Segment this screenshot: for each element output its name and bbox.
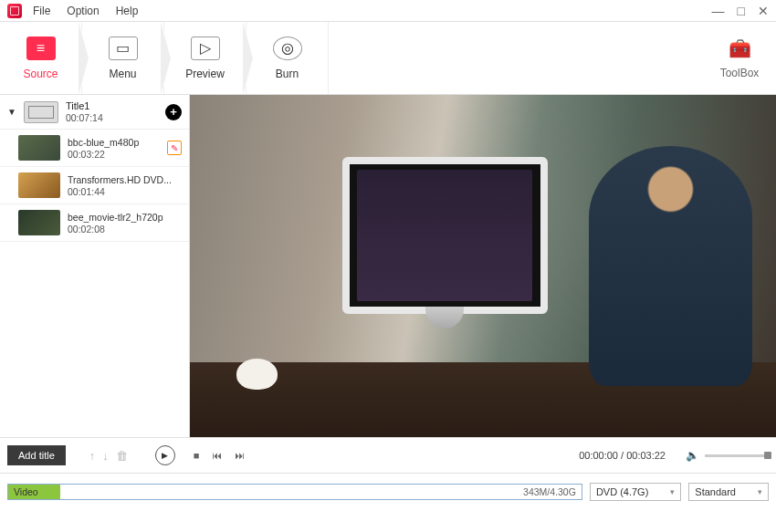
menu-help[interactable]: Help [116, 5, 139, 17]
clip-thumb [18, 172, 60, 198]
window-controls: — □ ✕ [712, 5, 769, 17]
app-icon [7, 4, 22, 18]
clip-duration: 00:02:08 [68, 224, 182, 235]
clip-thumb [18, 135, 60, 161]
ribbon: ≡ Source ▭ Menu ▷ Preview ◎ Burn 🧰 ToolB… [0, 22, 776, 95]
tab-burn[interactable]: ◎ Burn [246, 22, 329, 94]
next-button[interactable]: ⏭ [235, 450, 245, 461]
time-total: 00:03:22 [626, 450, 666, 461]
volume-slider[interactable] [705, 454, 769, 457]
title-duration: 00:07:14 [66, 112, 158, 123]
title-name: Title1 [66, 100, 158, 111]
toolbox-icon: 🧰 [729, 37, 751, 59]
capacity-text: 343M/4.30G [523, 485, 576, 499]
time-current: 00:00:00 [579, 450, 618, 461]
title-thumb [24, 101, 58, 123]
preview-pane[interactable] [190, 95, 776, 437]
clip-duration: 00:03:22 [68, 149, 160, 160]
title-meta: Title1 00:07:14 [66, 100, 158, 123]
disc-type-value: DVD (4.7G) [596, 486, 648, 497]
track-label: Video [14, 486, 38, 497]
clip-row[interactable]: bee_movie-tlr2_h720p 00:02:08 [0, 204, 189, 242]
edit-icon[interactable]: ✎ [167, 141, 182, 155]
menu-option[interactable]: Option [67, 5, 99, 17]
source-icon: ≡ [26, 37, 56, 60]
play-button[interactable]: ▶ [155, 445, 175, 465]
minimize-icon[interactable]: — [712, 5, 725, 17]
tab-menu[interactable]: ▭ Menu [82, 22, 164, 94]
titlebar: File Option Help — □ ✕ [0, 0, 776, 22]
transport: ■ ⏮ ⏭ [194, 450, 246, 461]
menu-file[interactable]: File [33, 5, 50, 17]
clip-thumb [18, 210, 60, 235]
preview-image [190, 95, 776, 437]
content: ▼ Title1 00:07:14 + bbc-blue_m480p 00:03… [0, 95, 776, 437]
maximize-icon[interactable]: □ [738, 5, 745, 17]
tab-preview-label: Preview [185, 68, 225, 80]
move-up-icon[interactable]: ↑ [89, 449, 96, 463]
burn-icon: ◎ [273, 37, 302, 60]
tab-source[interactable]: ≡ Source [0, 22, 82, 94]
clip-name: bee_movie-tlr2_h720p [68, 212, 182, 223]
capacity-fill: Video [8, 485, 60, 499]
capacity-bar: Video 343M/4.30G [7, 484, 582, 500]
tab-preview[interactable]: ▷ Preview [164, 22, 246, 94]
volume: 🔈 [686, 449, 769, 462]
clip-name: Transformers.HD DVD... [68, 174, 182, 185]
time-display: 00:00:00 / 00:03:22 [579, 450, 666, 461]
prev-button[interactable]: ⏮ [212, 450, 222, 461]
menubar: File Option Help [33, 5, 138, 17]
title-row[interactable]: ▼ Title1 00:07:14 + [0, 95, 189, 130]
quality-select[interactable]: Standard [688, 483, 769, 501]
tab-menu-label: Menu [109, 68, 136, 80]
tab-burn-label: Burn [276, 68, 299, 80]
menu-icon: ▭ [109, 37, 138, 60]
move-down-icon[interactable]: ↓ [102, 449, 109, 463]
add-clip-button[interactable]: + [165, 104, 182, 120]
close-icon[interactable]: ✕ [758, 5, 769, 17]
disc-type-select[interactable]: DVD (4.7G) [590, 483, 681, 501]
volume-icon[interactable]: 🔈 [686, 449, 699, 462]
sidebar: ▼ Title1 00:07:14 + bbc-blue_m480p 00:03… [0, 95, 190, 437]
controls-bar: Add title ↑ ↓ 🗑 ▶ ■ ⏮ ⏭ 00:00:00 / 00:03… [0, 437, 776, 473]
clip-row[interactable]: bbc-blue_m480p 00:03:22 ✎ [0, 130, 189, 167]
clip-duration: 00:01:44 [68, 186, 182, 197]
preview-icon: ▷ [191, 37, 220, 60]
tab-toolbox-label: ToolBox [720, 67, 760, 79]
stop-button[interactable]: ■ [194, 450, 200, 461]
clip-name: bbc-blue_m480p [68, 137, 160, 148]
clip-actions: ↑ ↓ 🗑 [89, 449, 128, 463]
add-title-button[interactable]: Add title [7, 445, 66, 465]
quality-value: Standard [695, 486, 736, 497]
delete-icon[interactable]: 🗑 [116, 449, 128, 463]
caret-down-icon[interactable]: ▼ [7, 107, 16, 117]
tab-source-label: Source [23, 68, 58, 80]
clip-row[interactable]: Transformers.HD DVD... 00:01:44 [0, 167, 189, 204]
bottom-bar: Video 343M/4.30G DVD (4.7G) Standard [0, 473, 776, 509]
tab-toolbox[interactable]: 🧰 ToolBox [703, 22, 776, 94]
